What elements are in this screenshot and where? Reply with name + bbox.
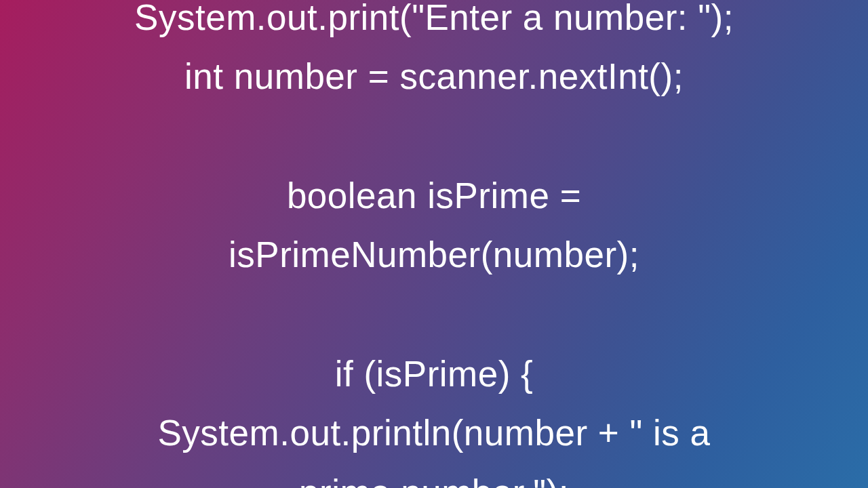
code-line-1: System.out.print("Enter a number: ");	[0, 0, 868, 47]
code-line-6: System.out.println(number + " is a	[0, 403, 868, 462]
code-line-4: isPrimeNumber(number);	[0, 225, 868, 284]
code-line-7: prime number.");	[0, 463, 868, 488]
blank-line	[0, 106, 868, 166]
code-line-3: boolean isPrime =	[0, 166, 868, 225]
code-line-2: int number = scanner.nextInt();	[0, 47, 868, 106]
code-block: System.out.print("Enter a number: "); in…	[0, 0, 868, 488]
blank-line	[0, 285, 868, 344]
code-line-5: if (isPrime) {	[0, 344, 868, 403]
